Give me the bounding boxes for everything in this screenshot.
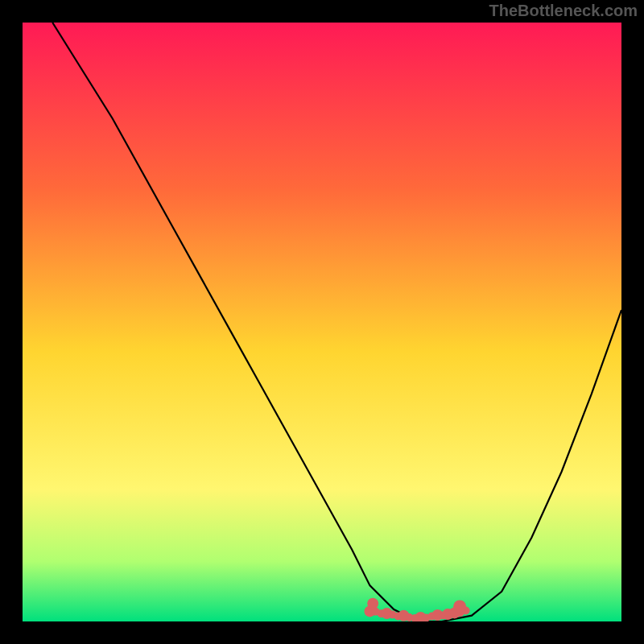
gradient-background	[23, 23, 621, 621]
optimal-marker-dot	[367, 598, 378, 609]
watermark-text: TheBottleneck.com	[489, 2, 638, 20]
optimal-marker-dot	[442, 609, 453, 620]
chart-container: TheBottleneck.com	[0, 0, 644, 644]
chart-svg	[23, 23, 621, 621]
plot-area	[23, 23, 621, 621]
optimal-marker-dot	[453, 600, 466, 613]
